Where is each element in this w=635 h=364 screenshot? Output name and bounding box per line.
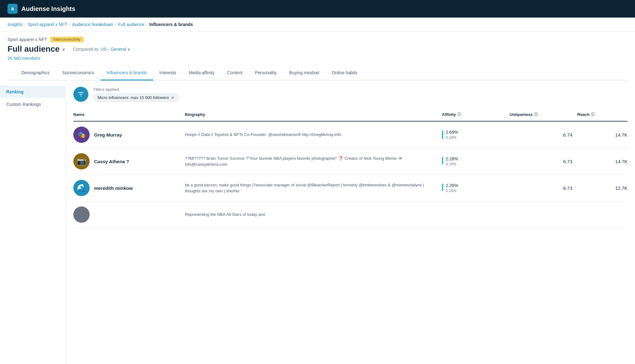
breadcrumb-audience-breakdown[interactable]: Audience breakdown [72,22,113,27]
members-count: 26 660 members [8,56,627,66]
affinity-main: 2.69% [446,130,458,135]
person-name: Greg Murray [94,132,122,138]
uniqueness-info-icon: ⓘ [534,112,538,117]
affinity-cell: 2.28% 0.15% [442,156,505,166]
person-name: Cassy Athena ? [94,159,129,164]
audience-section: Sport apparel x NFT Interconnectivity Fu… [0,32,635,81]
avatar [73,206,90,223]
affinity-info-icon: ⓘ [457,112,461,117]
affinity-bar-container [442,183,443,191]
influencers-table: Name Biography Affinity ⓘ Uniqueness ⓘ R… [73,109,627,228]
th-name: Name [73,112,180,117]
table-row[interactable]: 📷 Cassy Athena ? ??6ft????? Brain Tumor … [73,148,627,175]
person-cell [73,206,180,223]
affinity-values: 2.69% 0.18% [446,130,458,140]
th-affinity: Affinity ⓘ [442,112,505,117]
filters-info: Filters applied: Micro influencers: max … [93,87,179,102]
filter-tag-close[interactable]: ✕ [171,95,175,100]
main-content: RankingCustom Rankings Filters applied: … [0,81,635,364]
filters-bar: Filters applied: Micro influencers: max … [73,87,627,102]
reach-value: 12.7K [577,185,627,191]
breadcrumb-current: Influencers & brands [149,22,193,27]
tab-online-habits[interactable]: Online habits [326,66,364,81]
affinity-cell: 2.26% 0.15% [442,183,505,193]
filter-icon-button[interactable] [73,87,88,102]
uniqueness-value: 6.73 [510,159,572,164]
nav-tabs: DemographicsSocioeconomicsInfluencers & … [8,66,627,81]
table-row[interactable]: 🎭 Greg Murray Hoops // Data // Topshot &… [73,122,627,148]
table-row[interactable]: Representing the NBA All-Stars of today … [73,201,627,228]
reach-value: 14.7K [577,132,627,138]
avatar: 🎭 [73,127,90,143]
bio-text: be a good person, make good things |?ass… [185,182,437,194]
uniqueness-value: 6.73 [510,185,572,191]
bio-text: Representing the NBA All-Stars of today … [185,211,437,218]
interconnectivity-badge: Interconnectivity [50,37,84,42]
affinity-sub: 0.18% [446,135,458,140]
breadcrumb-sep-3: › [115,22,116,27]
affinity-values: 2.28% 0.15% [446,156,458,166]
uniqueness-value: 6.74 [510,132,572,138]
th-bio: Biography [185,112,437,117]
avatar: 📷 [73,153,90,169]
breadcrumb-sep-4: › [146,22,147,27]
breadcrumb-sep-2: › [69,22,70,27]
avatar: 🌊 [73,180,90,196]
tab-personality[interactable]: Personality [249,66,283,81]
bio-text: Hoops // Data // Topshot & NFTs Co-Found… [185,132,437,138]
breadcrumb-sep-1: › [24,22,26,27]
tab-buying-mindset[interactable]: Buying mindset [283,66,326,81]
affinity-bar-container [442,130,443,139]
compared-to-value[interactable]: US - General ∨ [101,47,131,52]
breadcrumb: Insights › Sport apparel x NFT › Audienc… [0,18,635,32]
sidebar: RankingCustom Rankings [0,81,66,364]
person-cell: 📷 Cassy Athena ? [73,153,180,169]
table-row[interactable]: 🌊 meredith minkow be a good person, make… [73,175,627,201]
person-name: meredith minkow [94,185,133,191]
tab-interests[interactable]: Interests [153,66,183,81]
affinity-sub: 0.15% [446,162,458,166]
filter-tags: Micro influencers: max 15 000 followers … [93,94,179,102]
audience-dropdown[interactable]: ∨ [62,47,65,52]
affinity-values: 2.26% 0.15% [446,183,458,193]
affinity-main: 2.28% [446,156,458,161]
sidebar-item-ranking[interactable]: Ranking [0,86,66,98]
affinity-bar-container [442,214,443,215]
tab-content[interactable]: Content [221,66,249,81]
tab-demographics[interactable]: Demographics [15,66,56,81]
sidebar-item-custom-rankings[interactable]: Custom Rankings [0,98,66,111]
table-rows: 🎭 Greg Murray Hoops // Data // Topshot &… [73,122,627,228]
reach-value: 14.7K [577,159,627,164]
affinity-bar [442,157,443,164]
tab-socioeconomics[interactable]: Socioeconomics [56,66,100,81]
person-cell: 🎭 Greg Murray [73,127,180,143]
breadcrumb-full-audience[interactable]: Full audience [118,22,144,27]
compared-to-label: Compared to: US - General ∨ [73,47,130,52]
th-reach: Reach ⓘ [577,112,627,117]
table-header: Name Biography Affinity ⓘ Uniqueness ⓘ R… [73,109,627,122]
app-logo: a [8,4,18,14]
bio-text: ??6ft????? Brain Tumor Survivor ?"Your f… [185,155,437,168]
filters-label: Filters applied: [93,87,179,92]
segment-name: Sport apparel x NFT [8,37,47,42]
reach-info-icon: ⓘ [591,112,595,117]
th-uniqueness: Uniqueness ⓘ [510,112,572,117]
breadcrumb-sport[interactable]: Sport apparel x NFT [28,22,67,27]
breadcrumb-insights[interactable]: Insights [8,22,23,27]
affinity-sub: 0.15% [446,189,458,193]
filter-tag-micro: Micro influencers: max 15 000 followers … [93,94,179,102]
affinity-main: 2.26% [446,183,458,188]
affinity-bar [442,184,443,191]
affinity-bar-container [442,156,443,164]
tab-media-affinity[interactable]: Media affinity [182,66,221,81]
affinity-bar [442,130,443,139]
app-title: Audiense Insights [21,5,75,13]
person-cell: 🌊 meredith minkow [73,180,180,196]
affinity-cell [442,214,505,215]
app-header: a Audiense Insights [0,0,635,18]
tab-influencers-brands[interactable]: Influencers & brands [100,66,153,81]
content-area: Filters applied: Micro influencers: max … [66,81,635,364]
affinity-cell: 2.69% 0.18% [442,130,505,140]
audience-title: Full audience [8,44,60,54]
